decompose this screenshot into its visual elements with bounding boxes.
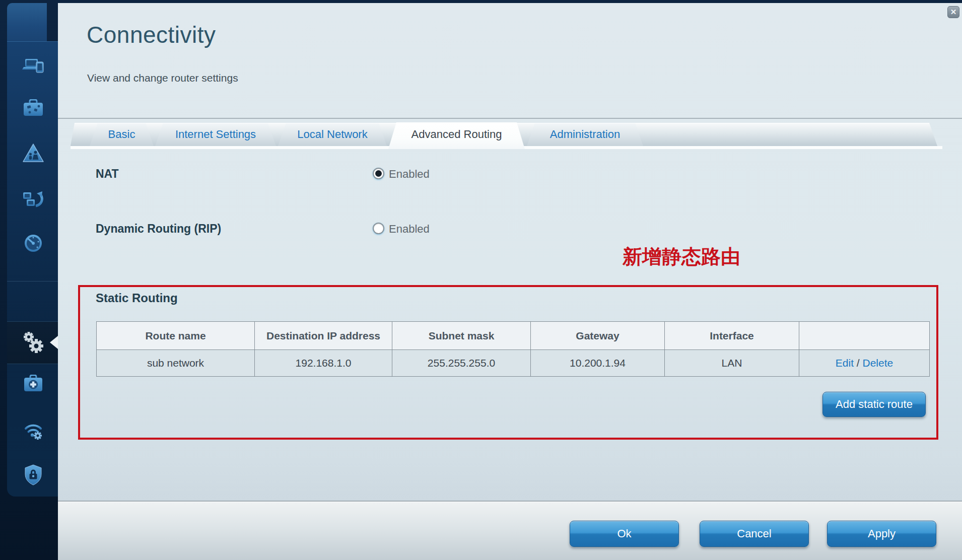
col-subnet-mask: Subnet mask: [392, 322, 531, 350]
rip-enabled-label: Enabled: [389, 223, 430, 236]
destination-ip-cell: 192.168.1.0: [255, 350, 392, 377]
security-shield-icon: [22, 464, 44, 485]
col-actions: [799, 322, 930, 350]
annotation-text: 新增静态路由: [539, 243, 740, 270]
sidebar-item-devices[interactable]: [22, 57, 44, 80]
static-routing-title: Static Routing: [96, 291, 178, 305]
subnet-mask-cell: 255.255.255.0: [392, 350, 531, 377]
guest-access-icon: [22, 99, 44, 117]
col-gateway: Gateway: [531, 322, 665, 350]
sidebar-item-security[interactable]: [22, 464, 44, 486]
sidebar-divider: [7, 281, 58, 282]
sidebar-item-speed-test[interactable]: [22, 232, 44, 254]
sidebar-item-troubleshooting[interactable]: [22, 375, 44, 397]
sidebar-item-wireless[interactable]: [22, 420, 44, 442]
troubleshooting-icon: [22, 375, 44, 393]
sidebar-item-media-prioritization[interactable]: [22, 188, 44, 211]
tab-advanced-routing[interactable]: Advanced Routing: [388, 122, 525, 149]
parental-controls-icon: [22, 143, 44, 163]
connectivity-gears-icon: [22, 331, 44, 354]
page-subtitle: View and change router settings: [87, 72, 238, 84]
sidebar-item-connectivity[interactable]: [22, 331, 44, 354]
footer-bar: [58, 501, 962, 560]
cancel-button[interactable]: Cancel: [700, 521, 809, 547]
gateway-cell: 10.200.1.94: [531, 350, 665, 377]
devices-icon: [22, 57, 44, 75]
add-static-route-button[interactable]: Add static route: [822, 392, 926, 417]
nat-enabled-radio[interactable]: [373, 168, 384, 179]
sidebar-item-parental-controls[interactable]: [22, 143, 44, 165]
col-interface: Interface: [665, 322, 799, 350]
nat-label: NAT: [96, 167, 119, 181]
active-item-arrow: [50, 336, 58, 349]
close-icon: ✕: [950, 8, 957, 16]
wireless-icon: [22, 420, 44, 440]
interface-cell: LAN: [665, 350, 799, 377]
header-divider: [58, 118, 962, 119]
tab-administration[interactable]: Administration: [527, 123, 643, 146]
static-routes-table: Route name Destination IP address Subnet…: [96, 321, 930, 377]
col-destination-ip: Destination IP address: [255, 322, 392, 350]
apply-button[interactable]: Apply: [827, 521, 936, 547]
ok-button[interactable]: Ok: [570, 521, 679, 547]
edit-link[interactable]: Edit: [836, 357, 854, 369]
table-header-row: Route name Destination IP address Subnet…: [97, 322, 930, 350]
sidebar: [0, 3, 58, 497]
route-name-cell: sub network: [97, 350, 255, 377]
col-route-name: Route name: [97, 322, 255, 350]
sidebar-item-guest-access[interactable]: [22, 99, 44, 121]
speed-test-icon: [22, 232, 44, 254]
action-separator: /: [854, 357, 863, 369]
page-title: Connectivity: [87, 21, 216, 48]
tab-basic[interactable]: Basic: [90, 123, 154, 146]
nat-enabled-label: Enabled: [389, 168, 430, 181]
actions-cell: Edit / Delete: [799, 350, 930, 377]
rip-label: Dynamic Routing (RIP): [96, 222, 221, 236]
delete-link[interactable]: Delete: [863, 357, 894, 369]
close-button[interactable]: ✕: [947, 6, 959, 18]
table-row: sub network 192.168.1.0 255.255.255.0 10…: [97, 350, 930, 377]
logo-tile: [7, 3, 47, 41]
tab-internet-settings[interactable]: Internet Settings: [155, 123, 276, 146]
rip-enabled-radio[interactable]: [373, 223, 384, 234]
router-settings-window: Connectivity View and change router sett…: [0, 0, 962, 560]
tab-local-network[interactable]: Local Network: [278, 123, 387, 146]
media-prioritization-icon: [22, 188, 44, 208]
